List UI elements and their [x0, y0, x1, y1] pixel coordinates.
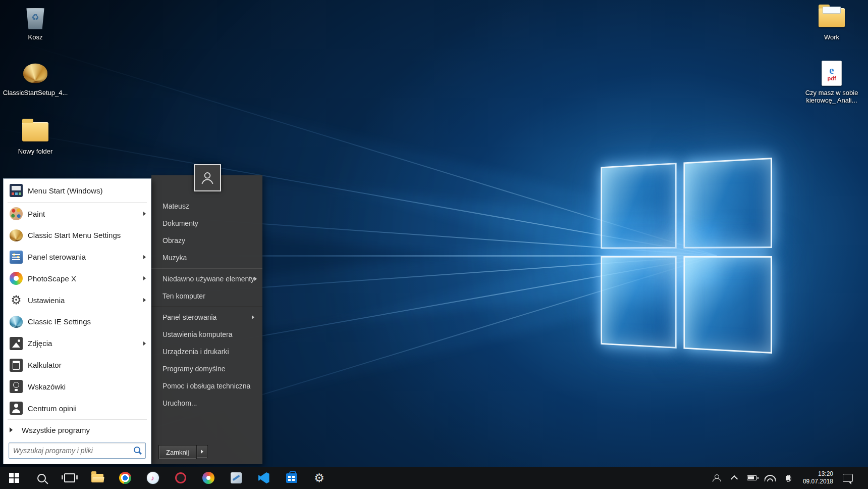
people-icon — [712, 474, 722, 482]
taskbar-search-button[interactable] — [28, 467, 56, 489]
start-menu-item-photoscape-x[interactable]: PhotoScape X — [4, 268, 151, 289]
store-button[interactable] — [278, 467, 305, 489]
menu-item-label: Obrazy — [162, 236, 185, 244]
start-menu-item-classic-ie-settings[interactable]: Classic IE Settings — [4, 311, 151, 333]
desktop-icon-recycle-bin[interactable]: Kosz — [7, 5, 64, 41]
desktop-icon-pdf-document[interactable]: e pdf Czy masz w sobie kierowcę_ Anali..… — [803, 61, 860, 104]
start-menu-item-control-panel-right[interactable]: Panel sterowania — [151, 309, 262, 326]
gear-icon — [10, 294, 23, 307]
menu-item-label: Ustawienia komputera — [162, 330, 233, 338]
user-avatar[interactable] — [194, 164, 221, 191]
task-view-button[interactable] — [56, 467, 83, 489]
settings-button[interactable]: ⚙ — [305, 467, 333, 489]
desktop-icon-classic-start-setup[interactable]: ClassicStartSetup_4... — [7, 61, 64, 96]
start-menu-item-help-support[interactable]: Pomoc i obsługa techniczna — [151, 377, 262, 395]
battery-button[interactable] — [747, 467, 757, 489]
action-center-button[interactable] — [843, 467, 853, 489]
vscode-button[interactable] — [250, 467, 278, 489]
start-menu-item-default-programs[interactable]: Programy domyślne — [151, 360, 262, 377]
menu-separator — [8, 419, 147, 420]
folder-icon — [819, 8, 845, 27]
clock-date: 09.07.2018 — [803, 478, 833, 485]
menu-item-label: Classic IE Settings — [28, 317, 91, 326]
start-menu-item-classic-start-menu-settings[interactable]: Classic Start Menu Settings — [4, 225, 151, 247]
start-button[interactable] — [0, 467, 28, 489]
menu-item-label: Panel sterowania — [28, 253, 86, 261]
menu-separator — [151, 306, 262, 307]
shutdown-arrow-icon — [201, 450, 203, 454]
menu-item-label: Centrum opinii — [28, 404, 77, 413]
menu-item-label: Dokumenty — [162, 219, 198, 227]
desktop-icon-work[interactable]: Work — [803, 5, 860, 41]
shutdown-button[interactable]: Zamknij — [158, 445, 197, 459]
photoscape-button[interactable] — [194, 467, 222, 489]
gear-icon: ⚙ — [314, 472, 324, 484]
start-menu-item-tips[interactable]: Wskazówki — [4, 376, 151, 398]
itunes-icon — [147, 472, 159, 484]
all-programs-item[interactable]: Wszystkie programy — [4, 420, 151, 439]
start-menu-item-settings[interactable]: Ustawienia — [4, 289, 151, 311]
photoscape-icon — [202, 472, 214, 484]
start-menu-item-devices-printers[interactable]: Urządzenia i drukarki — [151, 343, 262, 360]
desktop-icon-label: Nowy folder — [18, 148, 53, 155]
start-menu-item-pc-settings[interactable]: Ustawienia komputera — [151, 326, 262, 343]
menu-separator — [151, 268, 262, 269]
start-menu-item-user-mateusz[interactable]: Mateusz — [151, 198, 262, 215]
wifi-icon — [765, 475, 776, 481]
control-panel-icon — [10, 251, 23, 264]
blue-shell-icon — [10, 316, 23, 327]
start-menu-item-run[interactable]: Uruchom... — [151, 395, 262, 412]
start-menu-item-control-panel[interactable]: Panel sterowania — [4, 246, 151, 268]
paint-button[interactable] — [222, 467, 250, 489]
battery-icon — [747, 475, 757, 480]
start-menu-item-pictures[interactable]: Obrazy — [151, 232, 262, 249]
search-box — [9, 443, 146, 459]
search-icon — [37, 474, 46, 482]
speaker-icon — [786, 476, 788, 480]
network-button[interactable] — [765, 467, 776, 489]
user-silhouette-icon — [199, 170, 215, 186]
menu-item-label: Zdjęcia — [28, 339, 52, 348]
menu-item-label: Wskazówki — [28, 382, 66, 391]
lightbulb-icon — [10, 380, 23, 393]
menu-item-label: Uruchom... — [162, 399, 197, 407]
start-menu-item-recent-items[interactable]: Niedawno używane elementy — [151, 270, 262, 287]
start-menu-item-feedback-hub[interactable]: Centrum opinii — [4, 398, 151, 419]
menu-item-label: Kalkulator — [28, 361, 62, 369]
taskbar-clock[interactable]: 13:20 09.07.2018 — [801, 470, 835, 485]
desktop-icon-new-folder[interactable]: Nowy folder — [7, 119, 64, 155]
notification-bubble-icon — [843, 474, 853, 482]
start-menu-item-menu-start-windows[interactable]: Menu Start (Windows) — [4, 180, 151, 202]
opera-icon — [175, 472, 186, 483]
start-menu-item-paint[interactable]: Paint — [4, 203, 151, 225]
chrome-button[interactable] — [111, 467, 139, 489]
start-menu-item-music[interactable]: Muzyka — [151, 249, 262, 266]
start-menu-item-calculator[interactable]: Kalkulator — [4, 354, 151, 376]
hidden-icons-button[interactable] — [729, 467, 739, 489]
submenu-arrow-icon — [252, 315, 254, 319]
desktop-icon-label: Czy masz w sobie kierowcę_ Anali... — [803, 89, 860, 104]
menu-separator — [8, 202, 147, 203]
pdf-file-icon: e pdf — [822, 61, 842, 86]
submenu-arrow-icon — [143, 212, 146, 216]
menu-item-label: Urządzenia i drukarki — [162, 348, 229, 356]
task-view-icon — [64, 473, 75, 482]
people-button[interactable] — [712, 467, 722, 489]
search-magnifier-icon[interactable] — [134, 447, 142, 455]
person-icon — [10, 402, 23, 415]
start-menu-item-documents[interactable]: Dokumenty — [151, 215, 262, 232]
volume-button[interactable] — [783, 467, 793, 489]
shutdown-options-button[interactable] — [197, 445, 208, 458]
start-menu-item-this-pc[interactable]: Ten komputer — [151, 287, 262, 305]
file-explorer-button[interactable] — [83, 467, 111, 489]
pdf-e-glyph: e — [829, 65, 834, 75]
start-menu-item-photos[interactable]: Zdjęcia — [4, 332, 151, 354]
opera-button[interactable] — [167, 467, 194, 489]
menu-item-label: Mateusz — [162, 202, 189, 210]
clock-time: 13:20 — [818, 470, 833, 478]
submenu-arrow-icon — [254, 277, 257, 281]
start-menu-windows-icon — [10, 184, 23, 197]
itunes-button[interactable] — [139, 467, 167, 489]
store-icon — [286, 473, 297, 483]
search-input[interactable] — [12, 446, 134, 455]
